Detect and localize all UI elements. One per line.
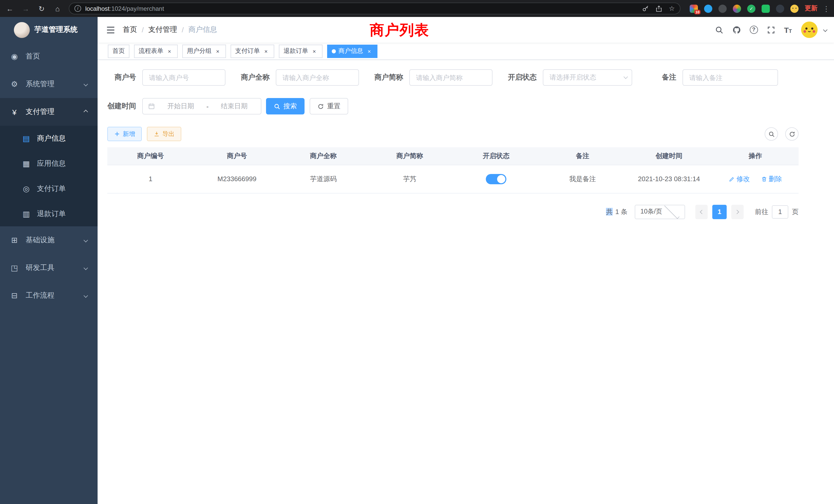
fullscreen-icon[interactable] bbox=[766, 25, 775, 34]
delete-icon bbox=[761, 176, 767, 182]
font-size-icon[interactable]: TT bbox=[784, 25, 792, 34]
share-icon[interactable] bbox=[656, 5, 663, 12]
sidebar-menu: ◉ 首页 ⚙ 系统管理 ¥ 支付管理 ▤ 商户信息 bbox=[0, 43, 97, 310]
key-icon[interactable] bbox=[642, 5, 650, 12]
breadcrumb-item-payment[interactable]: 支付管理 bbox=[148, 25, 177, 35]
extension-icon-7[interactable] bbox=[776, 4, 784, 13]
search-icon[interactable] bbox=[715, 25, 723, 34]
delete-link[interactable]: 删除 bbox=[761, 174, 782, 183]
total-highlight: 共 bbox=[606, 208, 613, 215]
browser-menu-icon[interactable]: ⋮ bbox=[823, 4, 829, 13]
bookmark-star-icon[interactable]: ☆ bbox=[669, 5, 675, 12]
extension-icon-6[interactable] bbox=[762, 4, 770, 13]
sidebar-item-home[interactable]: ◉ 首页 bbox=[0, 43, 97, 70]
sidebar-item-system[interactable]: ⚙ 系统管理 bbox=[0, 70, 97, 98]
tab-refund-order[interactable]: 退款订单 × bbox=[279, 44, 323, 58]
tags-view-bar: 首页 流程表单 × 用户分组 × 支付订单 × 退款订单 × bbox=[97, 43, 834, 60]
sidebar-item-refund-order[interactable]: ▥ 退款订单 bbox=[0, 201, 97, 226]
github-icon[interactable] bbox=[732, 25, 741, 34]
logo[interactable]: 芋道管理系统 bbox=[0, 17, 97, 43]
help-icon[interactable]: ? bbox=[749, 26, 758, 34]
filter-row-1: 商户号 商户全称 商户简称 开启状态 请选择开启状态 bbox=[107, 69, 798, 86]
date-range-picker[interactable]: 开始日期 - 结束日期 bbox=[142, 98, 261, 114]
filter-label: 开启状态 bbox=[508, 73, 537, 82]
sidebar-item-workflow[interactable]: ⊟ 工作流程 bbox=[0, 282, 97, 310]
sidebar: 芋道管理系统 ◉ 首页 ⚙ 系统管理 ¥ 支付管理 ▤ bbox=[0, 17, 97, 504]
chevron-left-icon bbox=[700, 210, 704, 214]
add-button[interactable]: 新增 bbox=[107, 127, 142, 141]
page-number-button[interactable]: 1 bbox=[712, 205, 727, 219]
column-header-remark: 备注 bbox=[540, 147, 626, 165]
extension-icon-3[interactable] bbox=[719, 4, 727, 13]
logo-avatar bbox=[14, 22, 30, 38]
extension-icon-2[interactable] bbox=[704, 4, 712, 13]
breadcrumb-item-home[interactable]: 首页 bbox=[123, 25, 137, 35]
back-icon[interactable]: ← bbox=[5, 4, 14, 13]
tab-process-form[interactable]: 流程表单 × bbox=[134, 44, 178, 58]
update-button[interactable]: 更新 bbox=[805, 4, 817, 13]
tab-close-icon[interactable]: × bbox=[214, 47, 221, 55]
reset-button[interactable]: 重置 bbox=[310, 98, 348, 114]
sidebar-item-label: 支付管理 bbox=[26, 107, 54, 116]
prev-page-button[interactable] bbox=[695, 205, 708, 219]
tab-close-icon[interactable]: × bbox=[311, 47, 318, 55]
filter-label: 创建时间 bbox=[107, 101, 136, 111]
sidebar-item-label: 支付订单 bbox=[37, 184, 66, 193]
add-button-label: 新增 bbox=[123, 130, 135, 138]
chevron-right-icon bbox=[735, 210, 739, 214]
page-size-select[interactable]: 10条/页 bbox=[635, 205, 685, 219]
caret-down-icon[interactable] bbox=[823, 28, 828, 32]
search-button[interactable]: 搜索 bbox=[266, 98, 305, 114]
extension-icon-1[interactable]: 10 bbox=[690, 4, 698, 13]
info-icon[interactable]: i bbox=[74, 5, 81, 12]
short-name-input[interactable] bbox=[409, 69, 492, 86]
sidebar-item-devtools[interactable]: ◳ 研发工具 bbox=[0, 254, 97, 282]
status-switch[interactable] bbox=[486, 174, 506, 184]
sidebar-item-app-info[interactable]: ▦ 应用信息 bbox=[0, 151, 97, 176]
user-avatar[interactable] bbox=[800, 21, 818, 39]
tab-pay-order[interactable]: 支付订单 × bbox=[231, 44, 274, 58]
extension-icon-8[interactable] bbox=[790, 4, 798, 13]
sidebar-item-pay-order[interactable]: ◎ 支付订单 bbox=[0, 176, 97, 201]
sidebar-item-label: 工作流程 bbox=[26, 291, 54, 300]
filter-merchant-no: 商户号 bbox=[107, 69, 225, 86]
remark-input[interactable] bbox=[682, 69, 778, 86]
home-icon[interactable]: ⌂ bbox=[53, 4, 62, 13]
sidebar-toggle-icon[interactable] bbox=[106, 25, 115, 35]
edit-link[interactable]: 修改 bbox=[729, 174, 750, 183]
sidebar-item-infrastructure[interactable]: ⊞ 基础设施 bbox=[0, 226, 97, 254]
tab-home[interactable]: 首页 bbox=[108, 44, 129, 58]
full-name-input[interactable] bbox=[276, 69, 359, 86]
calendar-icon bbox=[148, 102, 155, 110]
start-date-input[interactable]: 开始日期 bbox=[159, 101, 202, 111]
extension-icon-4[interactable] bbox=[733, 4, 741, 13]
url-host: localhost bbox=[85, 5, 110, 12]
goto-input[interactable] bbox=[772, 205, 788, 219]
sidebar-item-label: 应用信息 bbox=[37, 159, 66, 168]
reload-icon[interactable]: ↻ bbox=[37, 4, 46, 13]
cell-id: 1 bbox=[107, 165, 194, 193]
export-button[interactable]: 导出 bbox=[147, 127, 181, 141]
tab-merchant-info[interactable]: 商户信息 × bbox=[327, 44, 377, 58]
navbar-actions: ? TT bbox=[715, 21, 834, 39]
filter-create-time: 创建时间 开始日期 - 结束日期 bbox=[107, 98, 261, 114]
sidebar-item-payment[interactable]: ¥ 支付管理 bbox=[0, 98, 97, 126]
chevron-down-icon bbox=[84, 294, 88, 298]
status-select[interactable]: 请选择开启状态 bbox=[543, 69, 632, 86]
chevron-down-icon bbox=[84, 238, 88, 243]
sidebar-item-merchant-info[interactable]: ▤ 商户信息 bbox=[0, 126, 97, 151]
tab-close-icon[interactable]: × bbox=[366, 47, 373, 55]
address-bar[interactable]: i localhost:1024/pay/merchant ☆ bbox=[69, 3, 680, 14]
forward-icon[interactable]: → bbox=[21, 4, 30, 13]
logo-title: 芋道管理系统 bbox=[35, 25, 78, 35]
next-page-button[interactable] bbox=[731, 205, 744, 219]
tab-close-icon[interactable]: × bbox=[166, 47, 173, 55]
gear-icon: ⚙ bbox=[10, 79, 19, 89]
tab-close-icon[interactable]: × bbox=[262, 47, 270, 55]
extension-icon-5[interactable]: ✓ bbox=[747, 4, 755, 13]
tab-user-group[interactable]: 用户分组 × bbox=[182, 44, 226, 58]
end-date-input[interactable]: 结束日期 bbox=[213, 101, 256, 111]
merchant-no-input[interactable] bbox=[142, 69, 225, 86]
toggle-search-button[interactable] bbox=[765, 127, 778, 141]
refresh-button[interactable] bbox=[785, 127, 798, 141]
